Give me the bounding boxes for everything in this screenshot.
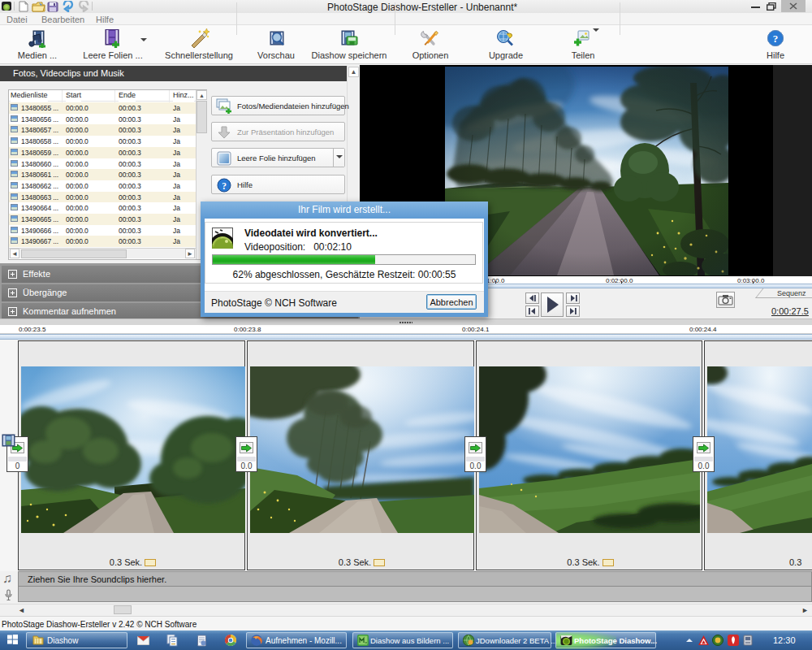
- svg-text:?: ?: [222, 181, 227, 191]
- svg-text:?: ?: [773, 32, 779, 45]
